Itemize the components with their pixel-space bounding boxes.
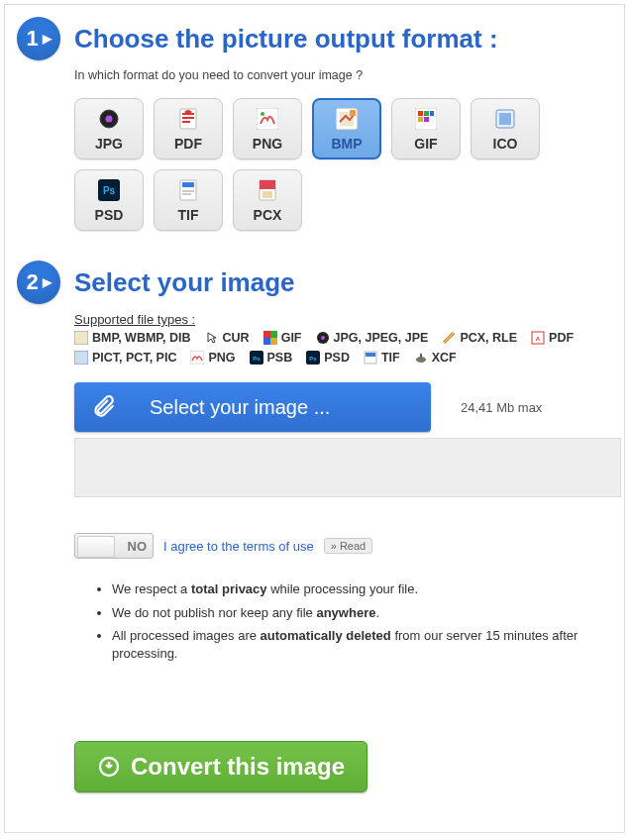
step1-arrow-icon: ▶: [43, 32, 52, 46]
svg-rect-15: [499, 113, 511, 125]
format-label: TIF: [178, 207, 199, 223]
terms-toggle[interactable]: NO: [74, 533, 154, 559]
step2-title: Select your image: [74, 267, 295, 298]
png-icon: [255, 106, 280, 132]
format-btn-tif[interactable]: TIF: [154, 169, 223, 231]
gif-mini-icon: [263, 331, 277, 345]
supported-block: Supported file types : BMP, WBMP, DIB CU…: [74, 312, 612, 365]
max-size-label: 24,41 Mb max: [461, 400, 542, 415]
step1-subtitle: In which format do you need to convert y…: [74, 68, 612, 82]
pdf-icon: [175, 106, 201, 132]
supported-item: XCF: [414, 351, 457, 365]
svg-point-29: [321, 336, 325, 340]
step1-header: 1▶ Choose the picture output format :: [17, 17, 612, 60]
svg-rect-12: [418, 117, 423, 122]
step2-number: 2: [26, 269, 38, 295]
supported-item: JPG, JPEG, JPE: [316, 331, 429, 345]
cur-mini-icon: [205, 331, 219, 345]
upload-row: Select your image ... 24,41 Mb max: [74, 382, 612, 432]
ico-icon: [492, 106, 518, 132]
step1-section: 1▶ Choose the picture output format : In…: [17, 17, 612, 231]
svg-text:Ps: Ps: [253, 356, 261, 362]
supported-list: BMP, WBMP, DIB CUR GIF JPG, JPEG, JPE PC…: [74, 331, 612, 365]
format-label: PNG: [253, 136, 282, 152]
svg-rect-13: [424, 117, 429, 122]
format-btn-gif[interactable]: GIF: [391, 98, 461, 159]
svg-rect-27: [270, 338, 277, 345]
step2-arrow-icon: ▶: [43, 275, 52, 289]
svg-rect-11: [430, 111, 434, 116]
format-btn-pcx[interactable]: PCX: [233, 169, 302, 231]
svg-rect-23: [74, 331, 88, 345]
svg-rect-39: [366, 353, 375, 357]
step2-header: 2▶ Select your image: [17, 261, 612, 304]
convert-label: Convert this image: [131, 753, 345, 781]
psd-mini-icon: Ps: [306, 351, 320, 365]
read-button[interactable]: » Read: [324, 538, 372, 554]
select-image-button[interactable]: Select your image ...: [74, 382, 431, 432]
format-btn-jpg[interactable]: JPG: [74, 98, 144, 159]
format-label: PCX: [254, 207, 282, 223]
format-btn-pdf[interactable]: PDF: [154, 98, 223, 159]
svg-rect-22: [262, 191, 272, 198]
pict-mini-icon: [74, 351, 88, 365]
bullet-item: We do not publish nor keep any file anyw…: [112, 604, 612, 622]
format-label: GIF: [414, 136, 437, 152]
supported-item: PICT, PCT, PIC: [74, 351, 176, 365]
gif-icon: [413, 106, 439, 132]
upload-dropzone[interactable]: [74, 438, 621, 497]
terms-row: NO I agree to the terms of use » Read: [74, 533, 612, 559]
psb-mini-icon: Ps: [250, 351, 263, 365]
supported-item: PNG: [190, 351, 235, 365]
format-btn-ico[interactable]: ICO: [471, 98, 540, 159]
svg-rect-25: [270, 331, 277, 338]
supported-item: TIF: [364, 351, 400, 365]
format-label: JPG: [95, 136, 123, 152]
privacy-bullets: We respect a total privacy while process…: [96, 580, 612, 662]
format-btn-png[interactable]: PNG: [233, 98, 302, 159]
xcf-mini-icon: [414, 351, 428, 365]
bullet-item: We respect a total privacy while process…: [112, 580, 612, 598]
svg-rect-10: [424, 111, 429, 116]
supported-item: PsPSD: [306, 351, 350, 365]
svg-point-4: [261, 112, 264, 116]
jpg-mini-icon: [316, 331, 330, 345]
tif-icon: [175, 177, 201, 203]
svg-rect-7: [350, 110, 356, 116]
bmp-icon: [334, 106, 360, 132]
svg-rect-21: [260, 180, 275, 189]
pdf-mini-icon: A: [531, 331, 545, 345]
format-label: PSD: [95, 207, 124, 223]
convert-icon: [97, 755, 121, 779]
supported-item: PCX, RLE: [442, 331, 517, 345]
png-mini-icon: [190, 351, 204, 365]
paperclip-icon: [90, 394, 116, 420]
tif-mini-icon: [364, 351, 377, 365]
format-btn-psd[interactable]: Ps PSD: [74, 169, 144, 231]
format-label: ICO: [493, 136, 518, 152]
psd-icon: Ps: [96, 177, 122, 203]
svg-text:A: A: [536, 336, 541, 342]
step1-badge: 1▶: [17, 17, 60, 60]
supported-item: APDF: [531, 331, 574, 345]
supported-item: CUR: [205, 331, 250, 345]
svg-point-1: [106, 116, 113, 123]
convert-button[interactable]: Convert this image: [74, 741, 367, 792]
bmp-mini-icon: [74, 331, 88, 345]
format-label: BMP: [331, 136, 362, 152]
supported-item: PsPSB: [250, 351, 293, 365]
terms-link[interactable]: I agree to the terms of use: [163, 539, 314, 554]
svg-rect-24: [263, 331, 270, 338]
supported-item: GIF: [263, 331, 302, 345]
format-btn-bmp[interactable]: BMP: [312, 98, 381, 159]
jpg-icon: [96, 106, 122, 132]
toggle-value: NO: [128, 539, 148, 554]
supported-item: BMP, WBMP, DIB: [74, 331, 191, 345]
format-label: PDF: [174, 136, 202, 152]
svg-rect-32: [74, 351, 88, 365]
upload-label: Select your image ...: [150, 396, 330, 419]
pcx-icon: [255, 177, 280, 203]
svg-rect-19: [182, 182, 194, 187]
step1-title: Choose the picture output format :: [74, 24, 498, 54]
supported-title: Supported file types :: [74, 312, 195, 327]
